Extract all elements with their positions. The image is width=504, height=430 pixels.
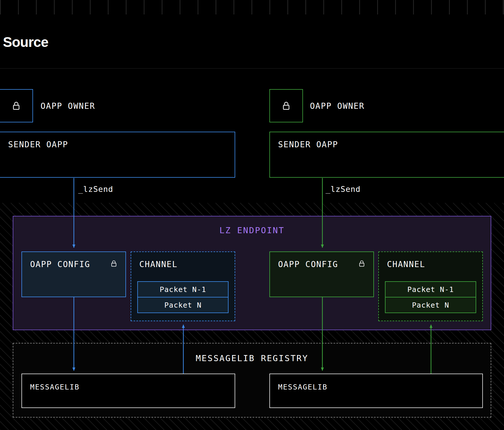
packet-n-left: Packet N bbox=[137, 297, 229, 313]
messagelib-label-left: MESSAGELIB bbox=[30, 383, 80, 391]
oapp-owner-label-right: OAPP OWNER bbox=[310, 101, 365, 111]
oapp-owner-label-left: OAPP OWNER bbox=[41, 101, 95, 111]
lzsend-label-left: _lzSend bbox=[78, 185, 113, 194]
oapp-config-label-right: OAPP CONFIG bbox=[278, 260, 338, 269]
channel-box-left: CHANNEL Packet N-1 Packet N bbox=[131, 251, 235, 321]
lz-endpoint-title: LZ ENDPOINT bbox=[13, 225, 491, 235]
packet-n-1-left: Packet N-1 bbox=[137, 281, 229, 297]
packet-n-right: Packet N bbox=[385, 297, 476, 313]
packet-stack-left: Packet N-1 Packet N bbox=[137, 281, 229, 313]
oapp-config-label-left: OAPP CONFIG bbox=[30, 260, 90, 269]
sender-oapp-box-left: SENDER OAPP bbox=[0, 132, 235, 178]
sender-oapp-label-right: SENDER OAPP bbox=[278, 140, 338, 149]
oapp-owner-box-left bbox=[0, 89, 33, 122]
packet-stack-right: Packet N-1 Packet N bbox=[385, 281, 476, 313]
messagelib-registry-title: MESSAGELIB REGISTRY bbox=[13, 353, 491, 363]
lock-icon bbox=[358, 260, 366, 268]
lock-icon bbox=[110, 260, 118, 268]
channel-label-right: CHANNEL bbox=[387, 260, 425, 269]
sender-oapp-box-right: SENDER OAPP bbox=[269, 132, 504, 178]
page-title: Source bbox=[3, 34, 48, 50]
messagelib-box-left: MESSAGELIB bbox=[21, 374, 235, 408]
packet-n-1-right: Packet N-1 bbox=[385, 281, 476, 297]
oapp-config-box-right: OAPP CONFIG bbox=[269, 251, 374, 297]
lock-icon bbox=[11, 101, 21, 111]
messagelib-box-right: MESSAGELIB bbox=[269, 374, 483, 408]
oapp-owner-box-right bbox=[269, 89, 303, 122]
oapp-config-box-left: OAPP CONFIG bbox=[21, 251, 126, 297]
section-divider bbox=[0, 68, 504, 69]
diagram-canvas: Source LZ ENDPOINT MESSAGELIB REGISTRY O… bbox=[0, 0, 504, 430]
tick-strip bbox=[0, 0, 504, 14]
sender-oapp-label-left: SENDER OAPP bbox=[8, 140, 68, 149]
channel-label-left: CHANNEL bbox=[139, 260, 178, 269]
lzsend-label-right: _lzSend bbox=[326, 185, 361, 194]
lock-icon bbox=[281, 101, 291, 111]
channel-box-right: CHANNEL Packet N-1 Packet N bbox=[378, 251, 483, 321]
messagelib-label-right: MESSAGELIB bbox=[278, 383, 328, 391]
